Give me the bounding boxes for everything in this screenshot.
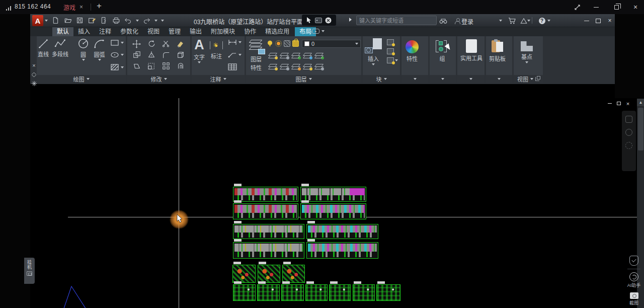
cad-drawing[interactable] [233,242,304,259]
tab-close-icon[interactable]: × [79,4,83,11]
cad-drawing[interactable] [233,203,298,219]
pan-icon[interactable] [625,129,632,136]
cad-drawing[interactable] [232,265,256,283]
navigation-bar[interactable] [622,111,636,171]
fullscreen-button[interactable] [571,3,584,12]
mouse-cursor [177,214,183,223]
widgets-divider [627,269,640,269]
cad-drawing[interactable] [300,187,366,202]
cad-drawing[interactable] [233,224,304,239]
cad-drawing[interactable] [306,242,378,259]
scrollbar-up-icon[interactable]: ▲ [637,99,644,106]
restore-button[interactable] [610,3,623,12]
side-tab-monitor-icon [27,271,32,276]
streaming-top-bar: 815 162 464 游戏 × + × [0,0,644,14]
new-tab-button[interactable]: + [97,1,102,11]
screenshot-label: 截图 [629,299,638,306]
tab-divider [91,4,91,11]
full-navigation-wheel-icon[interactable] [625,116,632,123]
screenshot-camera-icon[interactable] [630,292,638,299]
cad-drawing[interactable] [376,284,400,301]
ai-assistant-label: AI助手 [627,282,641,288]
cad-drawing[interactable] [281,284,304,301]
cad-drawing[interactable] [305,284,328,301]
side-tab-label: 挂机 [26,260,33,270]
scrollbar-thumb[interactable] [638,108,643,150]
viewport-minimize-button[interactable] [606,100,614,107]
viewport-close-button[interactable]: × [624,100,632,107]
side-tab[interactable]: 挂机 [24,258,35,284]
session-id: 815 162 464 [15,3,51,10]
viewport-restore-button[interactable] [615,100,623,107]
shield-check-icon[interactable] [629,256,638,266]
viewport-drawings [30,14,644,308]
game-tab[interactable]: 游戏 × [60,2,86,12]
cad-drawing[interactable] [233,284,256,301]
paperspace-ucs-icon [56,283,96,308]
orbit-icon[interactable] [625,142,632,149]
cad-drawing[interactable] [300,203,366,219]
side-widgets: AI助手 截图 [624,256,644,306]
game-tab-label: 游戏 [63,3,75,12]
ai-assistant-icon[interactable] [629,272,638,281]
autocad-window: A 03九眼桥站（原望江路站）站厅站台平面天花 [30,14,615,308]
cad-drawing[interactable] [353,284,375,301]
cad-drawing[interactable] [282,265,305,283]
drawing-viewport[interactable]: × ▲ 命令: MAXACTVP or...bm正在远程本机 [60,98,644,308]
cad-drawing[interactable] [258,265,280,283]
minimize-button[interactable] [590,3,603,12]
screen: { "colors": { "layout_tab_teal": "#2a8fa… [0,0,644,308]
cad-drawing[interactable] [306,224,378,239]
signal-strength-icon [6,6,12,11]
cad-drawing[interactable] [233,187,298,202]
close-button[interactable]: × [629,3,642,12]
cad-drawing[interactable] [257,284,280,301]
cad-drawing[interactable] [329,284,351,301]
